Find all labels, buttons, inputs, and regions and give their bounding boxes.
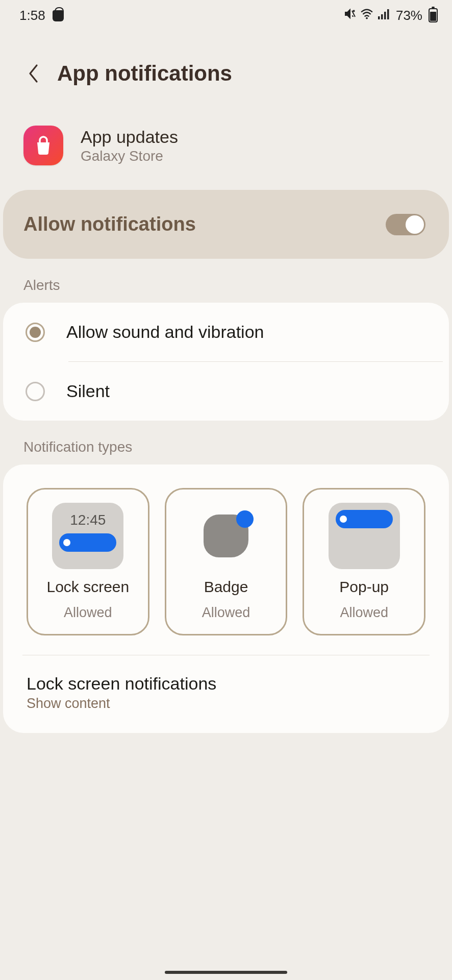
battery-icon <box>429 8 438 22</box>
alert-option-sound[interactable]: Allow sound and vibration <box>3 303 449 361</box>
preview-clock: 12:45 <box>70 512 106 528</box>
type-tile-badge[interactable]: Badge Allowed <box>165 488 288 635</box>
lock-screen-preview: 12:45 <box>52 503 123 569</box>
lock-notif-title: Lock screen notifications <box>27 674 425 694</box>
back-button[interactable] <box>23 63 44 84</box>
chevron-left-icon <box>28 63 40 84</box>
type-badge-title: Badge <box>204 578 248 596</box>
badge-dot-icon <box>236 510 254 528</box>
nav-bar-indicator[interactable] <box>165 971 287 974</box>
bag-icon <box>53 10 64 21</box>
mute-icon <box>344 8 356 23</box>
type-popup-title: Pop-up <box>339 578 389 596</box>
radio-unselected-icon <box>26 382 45 401</box>
page-header: App notifications <box>0 31 452 116</box>
app-name: App updates <box>81 127 178 147</box>
status-bar: 1:58 73% <box>0 0 452 31</box>
status-right: 73% <box>344 8 438 23</box>
badge-app-shape <box>204 514 248 557</box>
status-time: 1:58 <box>19 8 45 23</box>
allow-notifications-label: Allow notifications <box>23 213 196 235</box>
allow-notifications-row[interactable]: Allow notifications <box>3 190 449 259</box>
section-alerts-label: Alerts <box>0 259 452 303</box>
galaxy-store-icon <box>23 126 63 165</box>
radio-selected-icon <box>26 323 45 342</box>
type-lock-title: Lock screen <box>46 578 129 596</box>
svg-rect-3 <box>381 14 383 19</box>
svg-point-1 <box>366 17 368 19</box>
page-title: App notifications <box>57 61 232 86</box>
status-left: 1:58 <box>19 8 64 23</box>
battery-percent: 73% <box>396 8 422 23</box>
preview-popup-bar <box>336 510 393 528</box>
section-types-label: Notification types <box>0 421 452 464</box>
lock-screen-notifications-row[interactable]: Lock screen notifications Show content <box>27 655 425 712</box>
allow-notifications-toggle[interactable] <box>386 214 425 235</box>
svg-rect-5 <box>387 9 389 19</box>
type-popup-status: Allowed <box>340 605 388 621</box>
svg-rect-2 <box>378 16 380 19</box>
badge-preview <box>190 503 262 569</box>
app-info-row[interactable]: App updates Galaxy Store <box>0 116 452 190</box>
type-lock-status: Allowed <box>64 605 112 621</box>
alerts-card: Allow sound and vibration Silent <box>3 303 449 421</box>
notification-types-card: 12:45 Lock screen Allowed Badge Allowed … <box>3 464 449 733</box>
lock-notif-subtitle: Show content <box>27 696 425 712</box>
alert-option-silent[interactable]: Silent <box>3 362 449 421</box>
wifi-icon <box>360 8 373 23</box>
alert-option-sound-label: Allow sound and vibration <box>66 322 264 342</box>
type-badge-status: Allowed <box>202 605 250 621</box>
alert-option-silent-label: Silent <box>66 381 110 401</box>
preview-notification-bar <box>59 533 116 552</box>
type-tile-popup[interactable]: Pop-up Allowed <box>303 488 425 635</box>
app-text: App updates Galaxy Store <box>81 127 178 164</box>
app-source: Galaxy Store <box>81 148 178 164</box>
popup-preview <box>329 503 400 569</box>
type-tile-row: 12:45 Lock screen Allowed Badge Allowed … <box>27 488 425 635</box>
type-tile-lock-screen[interactable]: 12:45 Lock screen Allowed <box>27 488 149 635</box>
signal-icon <box>378 8 390 23</box>
svg-rect-4 <box>384 12 386 19</box>
